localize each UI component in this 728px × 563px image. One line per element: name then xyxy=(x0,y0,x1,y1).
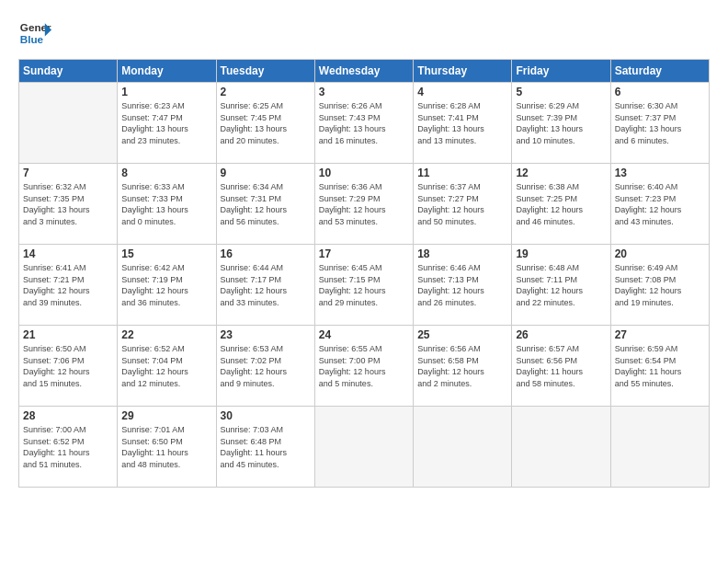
calendar-cell: 3Sunrise: 6:26 AMSunset: 7:43 PMDaylight… xyxy=(314,83,413,164)
day-header-monday: Monday xyxy=(118,60,216,83)
day-number: 11 xyxy=(417,167,507,179)
day-info: Sunrise: 6:59 AMSunset: 6:54 PMDaylight:… xyxy=(615,343,705,389)
day-info: Sunrise: 6:48 AMSunset: 7:11 PMDaylight:… xyxy=(516,262,606,308)
day-number: 13 xyxy=(615,167,705,179)
day-info: Sunrise: 6:30 AMSunset: 7:37 PMDaylight:… xyxy=(615,100,705,146)
day-number: 25 xyxy=(417,328,507,341)
day-info: Sunrise: 6:28 AMSunset: 7:41 PMDaylight:… xyxy=(417,100,507,146)
calendar-cell: 17Sunrise: 6:45 AMSunset: 7:15 PMDayligh… xyxy=(314,245,413,326)
calendar-cell: 10Sunrise: 6:36 AMSunset: 7:29 PMDayligh… xyxy=(314,164,413,245)
day-number: 20 xyxy=(615,247,705,260)
day-number: 3 xyxy=(319,86,409,98)
day-number: 27 xyxy=(615,328,705,341)
calendar-cell: 9Sunrise: 6:34 AMSunset: 7:31 PMDaylight… xyxy=(216,164,314,245)
day-info: Sunrise: 6:37 AMSunset: 7:27 PMDaylight:… xyxy=(417,181,507,227)
calendar-cell: 14Sunrise: 6:41 AMSunset: 7:21 PMDayligh… xyxy=(19,245,118,326)
day-number: 1 xyxy=(121,86,211,98)
calendar-cell: 29Sunrise: 7:01 AMSunset: 6:50 PMDayligh… xyxy=(118,407,216,488)
day-number: 29 xyxy=(121,409,211,422)
svg-text:Blue: Blue xyxy=(20,33,44,45)
calendar-table: SundayMondayTuesdayWednesdayThursdayFrid… xyxy=(18,59,710,488)
day-info: Sunrise: 6:32 AMSunset: 7:35 PMDaylight:… xyxy=(23,181,113,227)
day-info: Sunrise: 6:41 AMSunset: 7:21 PMDaylight:… xyxy=(23,262,113,308)
day-info: Sunrise: 6:42 AMSunset: 7:19 PMDaylight:… xyxy=(121,262,211,308)
day-info: Sunrise: 6:57 AMSunset: 6:56 PMDaylight:… xyxy=(516,343,606,389)
day-info: Sunrise: 6:50 AMSunset: 7:06 PMDaylight:… xyxy=(23,343,113,389)
day-number: 28 xyxy=(23,409,113,422)
day-info: Sunrise: 6:36 AMSunset: 7:29 PMDaylight:… xyxy=(319,181,409,227)
day-number: 26 xyxy=(516,328,606,341)
day-info: Sunrise: 6:26 AMSunset: 7:43 PMDaylight:… xyxy=(319,100,409,146)
page-header: General Blue xyxy=(18,17,710,50)
calendar-cell: 27Sunrise: 6:59 AMSunset: 6:54 PMDayligh… xyxy=(610,326,709,407)
day-number: 21 xyxy=(23,328,113,341)
calendar-cell: 28Sunrise: 7:00 AMSunset: 6:52 PMDayligh… xyxy=(19,407,118,488)
day-number: 12 xyxy=(516,167,606,179)
day-info: Sunrise: 6:38 AMSunset: 7:25 PMDaylight:… xyxy=(516,181,606,227)
day-number: 19 xyxy=(516,247,606,260)
calendar-cell: 11Sunrise: 6:37 AMSunset: 7:27 PMDayligh… xyxy=(414,164,512,245)
day-number: 10 xyxy=(319,167,409,179)
day-info: Sunrise: 7:01 AMSunset: 6:50 PMDaylight:… xyxy=(121,424,211,470)
day-info: Sunrise: 6:23 AMSunset: 7:47 PMDaylight:… xyxy=(121,100,211,146)
day-number: 2 xyxy=(221,86,311,98)
day-number: 14 xyxy=(23,247,113,260)
day-info: Sunrise: 6:25 AMSunset: 7:45 PMDaylight:… xyxy=(221,100,311,146)
day-number: 4 xyxy=(417,86,507,98)
calendar-cell xyxy=(19,83,118,164)
day-info: Sunrise: 7:00 AMSunset: 6:52 PMDaylight:… xyxy=(23,424,113,470)
calendar-cell: 21Sunrise: 6:50 AMSunset: 7:06 PMDayligh… xyxy=(19,326,118,407)
calendar-cell: 5Sunrise: 6:29 AMSunset: 7:39 PMDaylight… xyxy=(512,83,610,164)
day-number: 5 xyxy=(516,86,606,98)
calendar-cell: 18Sunrise: 6:46 AMSunset: 7:13 PMDayligh… xyxy=(414,245,512,326)
day-header-saturday: Saturday xyxy=(610,60,709,83)
day-header-wednesday: Wednesday xyxy=(314,60,413,83)
day-info: Sunrise: 6:46 AMSunset: 7:13 PMDaylight:… xyxy=(417,262,507,308)
calendar-cell xyxy=(314,407,413,488)
day-number: 9 xyxy=(221,167,311,179)
day-number: 24 xyxy=(319,328,409,341)
calendar-cell xyxy=(414,407,512,488)
calendar-cell: 7Sunrise: 6:32 AMSunset: 7:35 PMDaylight… xyxy=(19,164,118,245)
day-number: 23 xyxy=(221,328,311,341)
calendar-cell: 16Sunrise: 6:44 AMSunset: 7:17 PMDayligh… xyxy=(216,245,314,326)
day-header-friday: Friday xyxy=(512,60,610,83)
calendar-cell: 8Sunrise: 6:33 AMSunset: 7:33 PMDaylight… xyxy=(118,164,216,245)
day-info: Sunrise: 6:56 AMSunset: 6:58 PMDaylight:… xyxy=(417,343,507,389)
day-info: Sunrise: 6:52 AMSunset: 7:04 PMDaylight:… xyxy=(121,343,211,389)
day-info: Sunrise: 6:33 AMSunset: 7:33 PMDaylight:… xyxy=(121,181,211,227)
day-number: 8 xyxy=(121,167,211,179)
calendar-cell: 12Sunrise: 6:38 AMSunset: 7:25 PMDayligh… xyxy=(512,164,610,245)
day-number: 15 xyxy=(121,247,211,260)
calendar-cell: 30Sunrise: 7:03 AMSunset: 6:48 PMDayligh… xyxy=(216,407,314,488)
calendar-cell: 2Sunrise: 6:25 AMSunset: 7:45 PMDaylight… xyxy=(216,83,314,164)
calendar-cell: 4Sunrise: 6:28 AMSunset: 7:41 PMDaylight… xyxy=(414,83,512,164)
calendar-cell: 22Sunrise: 6:52 AMSunset: 7:04 PMDayligh… xyxy=(118,326,216,407)
calendar-cell xyxy=(512,407,610,488)
day-number: 7 xyxy=(23,167,113,179)
day-info: Sunrise: 6:40 AMSunset: 7:23 PMDaylight:… xyxy=(615,181,705,227)
calendar-cell: 24Sunrise: 6:55 AMSunset: 7:00 PMDayligh… xyxy=(314,326,413,407)
day-header-sunday: Sunday xyxy=(19,60,118,83)
day-info: Sunrise: 6:49 AMSunset: 7:08 PMDaylight:… xyxy=(615,262,705,308)
day-info: Sunrise: 6:44 AMSunset: 7:17 PMDaylight:… xyxy=(221,262,311,308)
day-info: Sunrise: 7:03 AMSunset: 6:48 PMDaylight:… xyxy=(221,424,311,470)
day-number: 22 xyxy=(121,328,211,341)
day-info: Sunrise: 6:53 AMSunset: 7:02 PMDaylight:… xyxy=(221,343,311,389)
day-info: Sunrise: 6:45 AMSunset: 7:15 PMDaylight:… xyxy=(319,262,409,308)
calendar-cell xyxy=(610,407,709,488)
day-number: 30 xyxy=(221,409,311,422)
day-header-thursday: Thursday xyxy=(414,60,512,83)
calendar-cell: 1Sunrise: 6:23 AMSunset: 7:47 PMDaylight… xyxy=(118,83,216,164)
day-header-tuesday: Tuesday xyxy=(216,60,314,83)
calendar-cell: 23Sunrise: 6:53 AMSunset: 7:02 PMDayligh… xyxy=(216,326,314,407)
calendar-cell: 6Sunrise: 6:30 AMSunset: 7:37 PMDaylight… xyxy=(610,83,709,164)
day-number: 17 xyxy=(319,247,409,260)
day-number: 16 xyxy=(221,247,311,260)
calendar-cell: 15Sunrise: 6:42 AMSunset: 7:19 PMDayligh… xyxy=(118,245,216,326)
logo-icon: General Blue xyxy=(18,17,51,50)
logo: General Blue xyxy=(18,17,51,50)
calendar-cell: 25Sunrise: 6:56 AMSunset: 6:58 PMDayligh… xyxy=(414,326,512,407)
day-info: Sunrise: 6:55 AMSunset: 7:00 PMDaylight:… xyxy=(319,343,409,389)
day-number: 6 xyxy=(615,86,705,98)
